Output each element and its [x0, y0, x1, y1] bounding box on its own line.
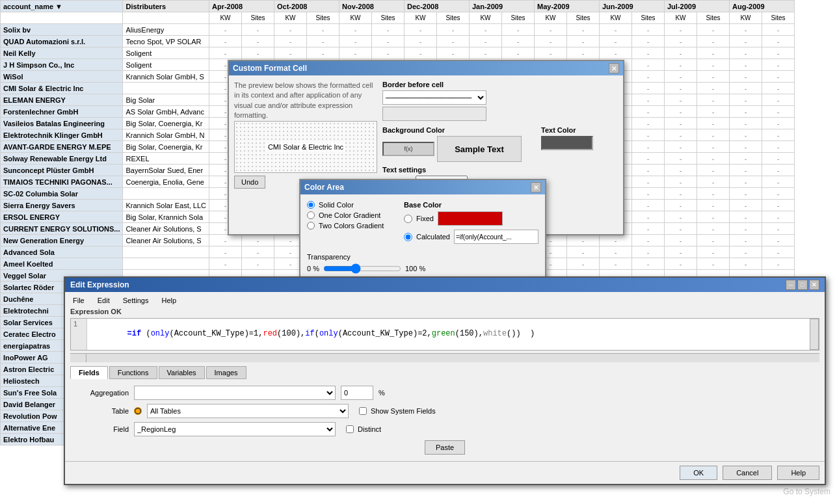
- paste-button[interactable]: Paste: [425, 440, 465, 455]
- table-row[interactable]: Solix bvAliusEnergy------------------: [1, 24, 795, 36]
- line-number: 1: [71, 319, 87, 350]
- solid-color-radio[interactable]: [307, 201, 315, 209]
- subh-kw-may: KW: [535, 12, 567, 24]
- solid-color-label: Solid Color: [319, 201, 354, 209]
- distinct-label: Distinct: [358, 425, 381, 433]
- menu-file[interactable]: File: [70, 296, 87, 305]
- table-row[interactable]: QUAD Automazioni s.r.l.Tecno Spot, VP SO…: [1, 36, 795, 47]
- tab-bar: Fields Functions Variables Images: [70, 366, 819, 379]
- close-button[interactable]: ✕: [809, 280, 819, 290]
- bottom-button-row: OK Cancel Help: [65, 461, 825, 484]
- cancel-button[interactable]: Cancel: [723, 466, 772, 480]
- background-color-button[interactable]: f(x): [382, 142, 434, 156]
- aggregation-select[interactable]: [134, 386, 336, 400]
- col-header-nov2008: Nov-2008: [339, 1, 405, 12]
- show-system-fields-checkbox[interactable]: [359, 407, 367, 415]
- two-colors-gradient-radio-row[interactable]: Two Colors Gradient: [307, 222, 392, 230]
- subh-kw-apr: KW: [209, 12, 242, 24]
- custom-format-close-button[interactable]: ✕: [609, 63, 619, 73]
- aggregation-value-input[interactable]: [341, 386, 373, 400]
- table-select[interactable]: All Tables: [147, 404, 349, 418]
- tab-functions[interactable]: Functions: [109, 366, 157, 379]
- background-color-label: Background Color: [382, 126, 522, 134]
- calculated-label: Calculated: [416, 233, 450, 241]
- tab-images[interactable]: Images: [206, 366, 246, 379]
- col-header-apr2008: Apr-2008: [209, 1, 274, 12]
- col-header-jul2009: Jul-2009: [665, 1, 730, 12]
- menu-bar: File Edit Settings Help: [70, 296, 819, 305]
- fixed-radio[interactable]: [404, 215, 412, 223]
- ok-button[interactable]: OK: [680, 466, 717, 480]
- color-swatch-red[interactable]: [438, 211, 503, 226]
- color-area-title-bar: Color Area ✕: [300, 180, 545, 194]
- edit-expression-dialog: Edit Expression ─ □ ✕ File Edit Settings…: [64, 276, 826, 485]
- expression-ok-label: Expression OK: [70, 308, 819, 315]
- edit-expression-title-bar: Edit Expression ─ □ ✕: [65, 278, 825, 292]
- expression-content[interactable]: =if (only(Account_KW_Type)=1,red(100),if…: [87, 319, 810, 350]
- col-header-account[interactable]: account_name ▼: [1, 1, 123, 12]
- col-header-jan2009: Jan-2009: [470, 1, 535, 12]
- subh-kw-jul: KW: [665, 12, 697, 24]
- col-header-dec2008: Dec-2008: [405, 1, 470, 12]
- sample-text-box: Sample Text: [437, 136, 522, 162]
- calculated-radio[interactable]: [404, 233, 412, 241]
- tab-variables[interactable]: Variables: [159, 366, 205, 379]
- all-tables-radio[interactable]: [134, 407, 142, 415]
- one-color-gradient-radio-row[interactable]: One Color Gradient: [307, 211, 392, 219]
- expression-scrollbar-horizontal[interactable]: [86, 354, 810, 362]
- percent-symbol: %: [379, 389, 385, 397]
- col-header-may2009: May-2009: [535, 1, 600, 12]
- subh-sites-may: Sites: [567, 12, 600, 24]
- menu-edit[interactable]: Edit: [95, 296, 113, 305]
- col-header-aug2009: Aug-2009: [730, 1, 795, 12]
- fields-content: Aggregation % Table All Tables Show Syst…: [70, 383, 819, 457]
- text-color-label: Text Color: [541, 126, 593, 134]
- help-button[interactable]: Help: [777, 466, 819, 480]
- transparency-label: Transparency: [307, 253, 351, 261]
- solid-color-radio-row[interactable]: Solid Color: [307, 201, 392, 209]
- subh-sites-dec: Sites: [437, 12, 470, 24]
- two-colors-gradient-radio[interactable]: [307, 222, 315, 230]
- col-header-oct2008: Oct-2008: [274, 1, 339, 12]
- field-label: Field: [70, 425, 129, 433]
- table-label: Table: [70, 407, 129, 415]
- color-area-close-button[interactable]: ✕: [531, 182, 541, 192]
- menu-settings[interactable]: Settings: [120, 296, 152, 305]
- text-settings-label: Text settings: [382, 166, 618, 174]
- base-color-label: Base Color: [404, 201, 538, 209]
- subh-kw-oct: KW: [274, 12, 307, 24]
- subh-sites-oct: Sites: [307, 12, 339, 24]
- table-row[interactable]: Neil KellySoligent------------------: [1, 47, 795, 59]
- calc-expression-input[interactable]: [454, 230, 538, 244]
- preview-description: The preview below shows the formatted ce…: [234, 81, 377, 121]
- border-preview: [382, 107, 486, 121]
- maximize-button[interactable]: □: [797, 280, 808, 290]
- two-colors-gradient-label: Two Colors Gradient: [319, 222, 384, 230]
- distinct-checkbox[interactable]: [346, 425, 354, 433]
- col-header-dist[interactable]: Distributers: [123, 1, 209, 12]
- trans-min: 0 %: [307, 265, 319, 272]
- show-system-fields-label: Show System Fields: [371, 407, 436, 415]
- undo-button[interactable]: Undo: [234, 176, 265, 189]
- fx-label: f(x): [405, 146, 413, 152]
- one-color-gradient-radio[interactable]: [307, 211, 315, 219]
- field-select[interactable]: _RegionLeg: [134, 422, 336, 436]
- subh-kw-dec: KW: [405, 12, 437, 24]
- transparency-slider[interactable]: [323, 263, 401, 274]
- minimize-button[interactable]: ─: [786, 280, 796, 290]
- text-color-button[interactable]: [541, 136, 593, 150]
- color-area-title: Color Area: [304, 183, 344, 192]
- menu-help[interactable]: Help: [159, 296, 179, 305]
- subh-sites-nov: Sites: [372, 12, 405, 24]
- edit-expression-title-label: Edit Expression: [70, 280, 129, 289]
- border-label: Border before cell: [382, 81, 618, 88]
- col-header-jun2009: Jun-2009: [600, 1, 665, 12]
- border-select[interactable]: ──────────────: [382, 90, 486, 105]
- one-color-gradient-label: One Color Gradient: [319, 211, 380, 219]
- custom-format-title-bar: Custom Format Cell ✕: [229, 61, 623, 75]
- expression-editor[interactable]: 1 =if (only(Account_KW_Type)=1,red(100),…: [70, 318, 819, 351]
- tab-fields[interactable]: Fields: [70, 366, 108, 379]
- fixed-label: Fixed: [416, 215, 434, 222]
- subh-sites-jun: Sites: [632, 12, 665, 24]
- expression-scrollbar-vertical[interactable]: [810, 319, 819, 350]
